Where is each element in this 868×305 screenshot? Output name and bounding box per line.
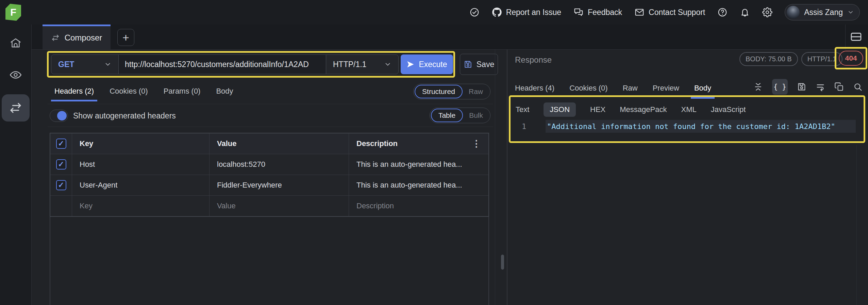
format-tab-text[interactable]: Text bbox=[516, 105, 529, 114]
cell-description[interactable]: This is an auto-generated hea... bbox=[349, 154, 488, 175]
select-all-checkbox[interactable]: ✓ bbox=[56, 139, 66, 149]
row-checkbox-cell: ✓ bbox=[50, 175, 72, 195]
response-body-text[interactable]: "Additional information not found for th… bbox=[546, 120, 856, 133]
table-row-new[interactable]: Key Value Description bbox=[50, 196, 488, 216]
split-layout-icon[interactable] bbox=[849, 30, 863, 44]
format-tab-json[interactable]: JSON bbox=[544, 102, 576, 117]
cell-value-placeholder[interactable]: Value bbox=[210, 196, 349, 216]
contact-support-button[interactable]: Contact Support bbox=[634, 7, 705, 17]
autogenerated-headers-toggle[interactable] bbox=[50, 110, 68, 122]
tab-body-label: Body bbox=[216, 87, 233, 96]
check-icon: ✓ bbox=[58, 181, 64, 190]
tab-headers[interactable]: Headers (2) bbox=[54, 81, 94, 101]
table-header-row: ✓ Key Value Description ⋮ bbox=[50, 133, 488, 154]
save-body-icon[interactable] bbox=[797, 82, 806, 92]
panel-content-edge bbox=[495, 50, 495, 305]
toggle-knob bbox=[57, 111, 67, 121]
method-select[interactable]: GET bbox=[51, 55, 119, 74]
help-icon[interactable] bbox=[717, 7, 728, 17]
tab-label: Raw bbox=[623, 84, 638, 93]
collapse-all-icon[interactable] bbox=[753, 82, 763, 92]
format-tab-messagepack[interactable]: MessagePack bbox=[620, 105, 667, 114]
tab-cookies[interactable]: Cookies (0) bbox=[110, 81, 148, 101]
tab-composer-label: Composer bbox=[65, 33, 102, 43]
response-body-editor[interactable]: 1 "Additional information not found for … bbox=[507, 120, 868, 133]
copy-icon[interactable] bbox=[834, 82, 844, 92]
divider bbox=[48, 104, 493, 104]
sidebar-item-home[interactable] bbox=[0, 33, 31, 52]
cell-value[interactable]: Fiddler-Everywhere bbox=[210, 175, 349, 195]
table-bulk-toggle: Table Bulk bbox=[430, 108, 490, 123]
save-button[interactable]: Save bbox=[460, 54, 498, 75]
chevron-down-icon bbox=[847, 9, 854, 16]
format-json-icon[interactable]: { } bbox=[772, 79, 788, 95]
row-checkbox-cell bbox=[50, 196, 72, 216]
tabstrip-separator bbox=[845, 25, 846, 49]
tab-response-preview[interactable]: Preview bbox=[653, 78, 679, 99]
format-tab-javascript[interactable]: JavaScript bbox=[711, 105, 746, 114]
search-icon[interactable] bbox=[853, 82, 863, 92]
github-icon bbox=[492, 7, 502, 17]
http-version-value: HTTP/1.1 bbox=[333, 60, 366, 69]
raw-option[interactable]: Raw bbox=[463, 85, 489, 98]
request-tabs: Headers (2) Cookies (0) Params (0) Body bbox=[54, 81, 233, 101]
divider bbox=[48, 127, 493, 127]
tab-label: Headers (4) bbox=[515, 84, 554, 93]
cell-description-placeholder[interactable]: Description bbox=[349, 196, 488, 216]
eye-icon bbox=[9, 68, 22, 81]
mail-icon bbox=[634, 7, 645, 17]
structured-option[interactable]: Structured bbox=[415, 85, 463, 98]
table-options-kebab-icon[interactable]: ⋮ bbox=[472, 140, 481, 147]
table-empty-area bbox=[50, 217, 489, 305]
http-version-select[interactable]: HTTP/1.1 bbox=[326, 55, 398, 74]
home-icon bbox=[10, 37, 22, 49]
sidebar-item-composer[interactable] bbox=[2, 94, 30, 122]
row-checkbox[interactable]: ✓ bbox=[56, 180, 66, 190]
feedback-button[interactable]: Feedback bbox=[573, 7, 622, 17]
tab-response-body[interactable]: Body bbox=[694, 78, 711, 99]
notifications-bell-icon[interactable] bbox=[740, 7, 750, 17]
cell-key[interactable]: User-Agent bbox=[72, 175, 210, 195]
report-issue-button[interactable]: Report an Issue bbox=[492, 7, 561, 17]
feedback-label: Feedback bbox=[588, 8, 622, 17]
format-tab-hex[interactable]: HEX bbox=[590, 105, 605, 114]
add-tab-button[interactable]: + bbox=[117, 29, 134, 46]
url-input[interactable] bbox=[119, 60, 326, 69]
vertical-scrollbar[interactable] bbox=[501, 255, 504, 270]
tab-response-cookies[interactable]: Cookies (0) bbox=[569, 78, 607, 99]
fiddler-logo-letter: F bbox=[10, 7, 16, 18]
cell-key[interactable]: Host bbox=[72, 154, 210, 175]
execute-button[interactable]: Execute bbox=[401, 54, 453, 74]
topbar-actions: Report an Issue Feedback Contact Support bbox=[469, 4, 860, 20]
format-tab-xml[interactable]: XML bbox=[681, 105, 696, 114]
bulk-option[interactable]: Bulk bbox=[463, 109, 489, 122]
editor-scrollbar-edge bbox=[856, 145, 857, 305]
tab-body[interactable]: Body bbox=[216, 81, 233, 101]
table-row-user-agent[interactable]: ✓ User-Agent Fiddler-Everywhere This is … bbox=[50, 175, 488, 196]
user-menu[interactable]: Assis Zang bbox=[785, 4, 860, 20]
save-label: Save bbox=[477, 60, 494, 69]
tab-label: Body bbox=[694, 84, 711, 93]
tab-response-raw[interactable]: Raw bbox=[623, 78, 638, 99]
table-option[interactable]: Table bbox=[431, 109, 463, 122]
contact-support-label: Contact Support bbox=[649, 8, 705, 17]
cell-value[interactable]: localhost:5270 bbox=[210, 154, 349, 175]
line-number: 1 bbox=[522, 120, 526, 133]
tab-params[interactable]: Params (0) bbox=[164, 81, 201, 101]
tab-response-headers[interactable]: Headers (4) bbox=[515, 78, 554, 99]
url-field-wrap bbox=[119, 55, 326, 74]
tab-label: Cookies (0) bbox=[569, 84, 607, 93]
status-check-icon[interactable] bbox=[469, 7, 480, 17]
word-wrap-icon[interactable] bbox=[816, 82, 825, 92]
table-row-host[interactable]: ✓ Host localhost:5270 This is an auto-ge… bbox=[50, 154, 488, 175]
sidebar-item-traffic[interactable] bbox=[0, 65, 31, 84]
cell-description[interactable]: This is an auto-generated hea... bbox=[349, 175, 488, 195]
settings-gear-icon[interactable] bbox=[762, 7, 772, 17]
column-key: Key bbox=[72, 133, 210, 154]
cell-key-placeholder[interactable]: Key bbox=[72, 196, 210, 216]
body-size-badge: BODY: 75.00 B bbox=[739, 52, 798, 66]
swap-arrows-icon bbox=[51, 33, 60, 42]
structured-raw-toggle: Structured Raw bbox=[413, 84, 490, 99]
tab-composer[interactable]: Composer bbox=[43, 25, 111, 49]
row-checkbox[interactable]: ✓ bbox=[56, 159, 66, 170]
